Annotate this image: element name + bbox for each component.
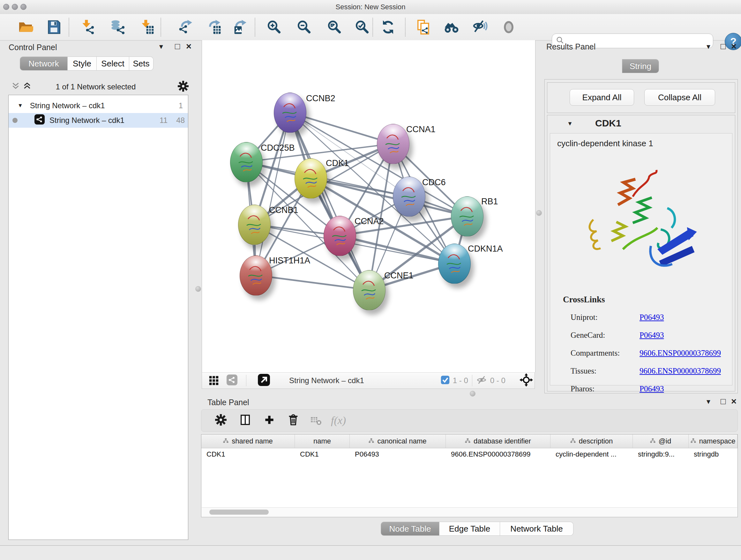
refresh-icon[interactable] — [379, 18, 397, 37]
node-label-CCNB1: CCNB1 — [269, 205, 298, 215]
tab-network-table[interactable]: Network Table — [500, 522, 574, 536]
table-options-gear-icon[interactable] — [215, 414, 227, 427]
main-toolbar: ? — [0, 14, 741, 41]
expand-all-button[interactable]: Expand All — [569, 89, 634, 106]
crosslink-label: Compartments: — [570, 349, 639, 358]
import-network-icon[interactable] — [78, 18, 97, 37]
tab-string[interactable]: String — [622, 59, 659, 73]
protein-node-CCNA2[interactable] — [324, 216, 356, 256]
zoom-in-icon[interactable] — [265, 18, 283, 37]
show-hide-panel-icon[interactable] — [499, 18, 518, 37]
column-header-id[interactable]: @id — [633, 435, 689, 448]
save-session-icon[interactable] — [45, 18, 63, 37]
table-panel-close-icon[interactable]: × — [731, 397, 737, 406]
zoom-fit-icon[interactable] — [325, 18, 343, 37]
result-description: cyclin-dependent kinase 1 — [557, 138, 732, 148]
node-label-CDC6: CDC6 — [422, 178, 446, 187]
selected-checkbox-icon[interactable] — [441, 375, 450, 386]
protein-node-CDK1[interactable] — [294, 159, 327, 199]
network-edge[interactable] — [256, 275, 369, 290]
collapse-all-tree-icon[interactable] — [11, 82, 20, 91]
add-column-icon[interactable] — [263, 414, 275, 427]
crosslink-row: GeneCard:P06493 — [570, 326, 724, 344]
collapse-all-button[interactable]: Collapse All — [644, 89, 715, 106]
crosslink-label: Pharos: — [570, 384, 639, 393]
column-header-databaseidentifier[interactable]: database identifier — [446, 435, 550, 448]
right-splitter-handle[interactable] — [536, 210, 542, 216]
column-header-namespace[interactable]: namespace — [689, 435, 738, 448]
crosslink-value-link[interactable]: P06493 — [639, 313, 664, 322]
control-panel-float-icon[interactable]: □ — [175, 42, 180, 51]
delete-column-icon[interactable] — [287, 414, 300, 428]
protein-node-CDC6[interactable] — [393, 177, 425, 217]
expand-all-tree-icon[interactable] — [23, 82, 31, 91]
table-toolbar: f(x) — [201, 409, 738, 432]
table-row[interactable]: CDK1CDK1P064939606.ENSP00000378699cyclin… — [201, 448, 738, 460]
crosslink-value-link[interactable]: P06493 — [639, 331, 664, 340]
control-panel-close-icon[interactable]: × — [186, 42, 192, 51]
crosslink-row: Pharos:P06493 — [570, 380, 724, 398]
network-canvas[interactable]: CCNB2CCNA1CDC25BCDK1CDC6RB1CCNB1CCNA2CDK… — [202, 40, 536, 372]
column-type-icon — [223, 437, 228, 445]
crosslink-value-link[interactable]: P06493 — [639, 384, 664, 393]
table-panel-collapse-icon[interactable]: ▼ — [705, 398, 712, 405]
protein-node-HIST1H1A[interactable] — [240, 255, 272, 296]
birds-eye-crosshair-icon[interactable] — [520, 373, 533, 388]
network-edge[interactable] — [256, 112, 290, 275]
zoom-out-icon[interactable] — [294, 18, 313, 37]
column-header-name[interactable]: name — [295, 435, 350, 448]
protein-node-CCNA1[interactable] — [377, 124, 409, 164]
search-network-icon[interactable] — [442, 18, 461, 37]
toolbar-separator — [373, 18, 373, 37]
tab-style[interactable]: Style — [68, 57, 97, 71]
protein-node-CCNE1[interactable] — [353, 270, 386, 310]
show-hide-graphics-details-icon[interactable] — [471, 18, 489, 37]
scrollbar-thumb[interactable] — [209, 509, 269, 515]
protein-node-CDC25B[interactable] — [230, 142, 263, 182]
network-share-icon — [34, 114, 45, 127]
tree-expander-icon[interactable]: ▼ — [17, 103, 23, 109]
bottom-splitter-handle[interactable] — [470, 391, 475, 396]
tab-edge-table[interactable]: Edge Table — [440, 522, 500, 536]
export-table-icon[interactable] — [205, 18, 223, 37]
protein-node-CCNB2[interactable] — [274, 92, 307, 133]
crosslink-value-link[interactable]: 9606.ENSP00000378699 — [639, 367, 721, 375]
open-session-icon[interactable] — [16, 18, 35, 37]
tab-node-table[interactable]: Node Table — [381, 522, 440, 536]
results-panel-float-icon[interactable]: □ — [721, 42, 726, 51]
protein-node-RB1[interactable] — [451, 196, 483, 237]
table-panel-float-icon[interactable]: □ — [721, 397, 726, 406]
column-header-canonicalname[interactable]: canonical name — [350, 435, 446, 448]
results-panel-close-icon[interactable]: × — [731, 42, 737, 51]
network-view-share-icon[interactable] — [226, 374, 238, 387]
export-image-icon[interactable] — [231, 18, 249, 37]
tab-network[interactable]: Network — [20, 57, 68, 71]
column-header-description[interactable]: description — [550, 435, 633, 448]
crosslink-label: GeneCard: — [570, 331, 639, 340]
zoom-selected-icon[interactable] — [353, 18, 371, 37]
network-row[interactable]: String Network – cdk1 11 48 — [9, 113, 188, 128]
network-options-gear-icon[interactable] — [178, 80, 189, 93]
hidden-eye-icon[interactable] — [476, 374, 487, 387]
tab-sets[interactable]: Sets — [129, 57, 153, 71]
import-table-icon[interactable] — [138, 18, 156, 37]
table-panel-title: Table Panel — [207, 398, 249, 407]
network-collection-row[interactable]: ▼ String Network – cdk1 1 — [9, 98, 188, 113]
toolbar-separator — [69, 18, 69, 37]
new-network-from-file-icon[interactable] — [414, 18, 433, 37]
result-collapse-icon[interactable]: ▼ — [567, 120, 573, 127]
export-network-icon[interactable] — [177, 18, 195, 37]
detach-view-icon[interactable] — [257, 374, 271, 388]
table-horizontal-scrollbar[interactable] — [202, 507, 737, 516]
results-panel-collapse-icon[interactable]: ▼ — [705, 44, 712, 50]
column-header-sharedname[interactable]: shared name — [201, 435, 295, 448]
show-columns-icon[interactable] — [239, 414, 252, 428]
import-database-icon[interactable] — [109, 18, 127, 37]
protein-node-CCNB1[interactable] — [238, 205, 271, 245]
tab-select[interactable]: Select — [97, 57, 129, 71]
grid-view-icon[interactable] — [208, 374, 219, 387]
crosslink-value-link[interactable]: 9606.ENSP00000378699 — [639, 349, 721, 358]
control-panel-collapse-icon[interactable]: ▼ — [158, 44, 164, 50]
protein-node-CDKN1A[interactable] — [438, 244, 471, 284]
left-splitter-handle[interactable] — [195, 286, 201, 292]
